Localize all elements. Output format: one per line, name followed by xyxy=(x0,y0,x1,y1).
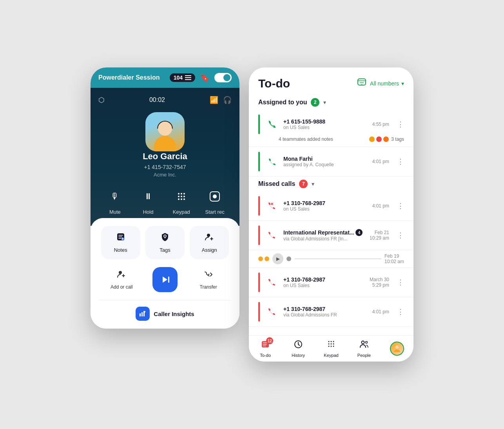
headphone-icon[interactable]: 🎧 xyxy=(223,96,232,104)
tags-count-1: 3 tags xyxy=(391,136,404,142)
keypad-button[interactable]: Keypad xyxy=(172,187,191,215)
expand-icon[interactable]: ⬡ xyxy=(98,96,105,104)
people-nav-icon xyxy=(359,340,369,351)
nav-people[interactable]: People xyxy=(352,340,376,358)
notes-label: Notes xyxy=(114,247,127,253)
notes-button[interactable]: Notes xyxy=(101,226,140,259)
assign-label: Assign xyxy=(202,247,217,253)
missed-item-3[interactable]: +1 310-768-2987 on US Sales March 30 5:2… xyxy=(249,268,413,297)
assigned-number-1: +1 615-155-9888 xyxy=(283,118,368,125)
call-icons-right: 📶 🎧 xyxy=(210,96,232,104)
session-count[interactable]: 104 xyxy=(170,73,195,82)
notes-icon xyxy=(116,232,125,244)
insights-icon xyxy=(136,307,150,321)
missed-number-4: +1 310-768-2987 xyxy=(283,306,368,312)
svg-rect-19 xyxy=(140,313,141,316)
powerdialer-header: Powerdialer Session 104 🔖 xyxy=(91,67,239,88)
svg-point-0 xyxy=(178,193,179,195)
voicemail-time: Feb 19 10:02 am xyxy=(384,253,404,264)
filter-icon xyxy=(357,77,367,90)
more-icon-missed-3[interactable]: ⋮ xyxy=(397,278,404,287)
more-icon-missed-2[interactable]: ⋮ xyxy=(397,231,404,240)
vm-dot-progress xyxy=(286,256,291,261)
missed-time-4: 4:01 pm xyxy=(372,309,389,314)
missed-number-1: +1 310-768-2987 xyxy=(283,200,368,206)
assigned-chevron[interactable]: ▾ xyxy=(323,99,326,105)
hold-label: Hold xyxy=(143,209,154,215)
keypad-icon xyxy=(172,187,191,206)
svg-point-15 xyxy=(207,234,210,237)
more-icon-1[interactable]: ⋮ xyxy=(397,120,404,129)
tags-row-1: 4 teammates added notes 3 tags xyxy=(258,134,404,142)
history-nav-label: History xyxy=(292,353,305,358)
start-rec-button[interactable]: Start rec xyxy=(205,187,225,215)
action-buttons: Notes Tags xyxy=(98,226,232,259)
svg-marker-17 xyxy=(163,276,167,283)
bookmark-icon[interactable]: 🔖 xyxy=(200,73,210,82)
missed-source-2: via Global Admissions FR [In... xyxy=(283,236,365,242)
missed-source-3: on US Sales xyxy=(283,283,365,288)
assigned-item-1[interactable]: +1 615-155-9888 on US Sales 4:55 pm ⋮ 4 … xyxy=(249,110,413,147)
caller-insights-bar[interactable]: Caller Insights xyxy=(98,300,232,321)
bottom-nav: 12 To-do History xyxy=(249,335,413,362)
svg-point-37 xyxy=(395,345,399,349)
add-or-call-button[interactable]: Add or call xyxy=(106,270,137,290)
next-button[interactable] xyxy=(152,267,178,292)
phone-icon-missed-1 xyxy=(265,199,279,213)
header-title: Powerdialer Session xyxy=(98,74,160,81)
transfer-icon xyxy=(204,270,213,281)
mute-button[interactable]: 🎙 Mute xyxy=(105,187,124,215)
svg-point-10 xyxy=(213,195,217,198)
missed-item-1[interactable]: +1 310-768-2987 on US Sales 4:01 pm ⋮ xyxy=(249,191,413,221)
more-icon-2[interactable]: ⋮ xyxy=(397,157,404,166)
tags-text-1: 4 teammates added notes xyxy=(279,136,333,142)
assigned-time-2: 4:01 pm xyxy=(372,159,389,164)
assigned-item-2[interactable]: Mona Farhi assigned by A. Coquelle 4:01 … xyxy=(249,147,413,176)
svg-point-27 xyxy=(331,341,332,342)
assign-button[interactable]: Assign xyxy=(190,226,229,259)
toggle-switch[interactable] xyxy=(214,73,232,82)
assigned-number-2: Mona Farhi xyxy=(283,156,368,162)
svg-point-7 xyxy=(181,198,182,200)
missed-info-4: +1 310-768-2987 via Global Admissions FR xyxy=(283,306,368,318)
hold-button[interactable]: ⏸ Hold xyxy=(139,187,158,215)
all-numbers-button[interactable]: All numbers ▾ xyxy=(370,80,404,87)
hamburger-icon[interactable] xyxy=(185,75,191,80)
vm-dot-2 xyxy=(265,256,269,261)
more-icon-missed-4[interactable]: ⋮ xyxy=(397,307,404,316)
missed-chevron[interactable]: ▾ xyxy=(312,181,314,187)
nav-history[interactable]: History xyxy=(286,340,310,358)
voicemail-play-button[interactable]: ▶ xyxy=(272,253,283,264)
missed-indicator-2 xyxy=(258,225,260,245)
tags-icon xyxy=(160,232,170,244)
svg-point-35 xyxy=(362,341,364,344)
people-nav-label: People xyxy=(357,353,371,358)
missed-item-2[interactable]: International Representat... 4 via Globa… xyxy=(249,221,413,250)
assigned-indicator-1 xyxy=(258,115,260,134)
tag-dot-red xyxy=(376,136,382,142)
missed-info-3: +1 310-768-2987 on US Sales xyxy=(283,276,365,288)
user-avatar[interactable] xyxy=(390,342,404,356)
svg-point-8 xyxy=(183,198,185,200)
missed-time-3: March 30 5:29 pm xyxy=(370,277,389,288)
missed-indicator-3 xyxy=(258,273,260,292)
hold-icon: ⏸ xyxy=(139,187,158,206)
nav-todo[interactable]: 12 To-do xyxy=(254,340,277,358)
svg-rect-18 xyxy=(168,276,169,283)
transfer-button[interactable]: Transfer xyxy=(193,270,224,290)
bottom-controls: Add or call T xyxy=(98,267,232,292)
assigned-title: Assigned to you xyxy=(258,99,307,106)
nav-keypad[interactable]: Keypad xyxy=(319,340,343,358)
person-body xyxy=(154,136,176,151)
add-call-icon xyxy=(117,270,126,281)
missed-indicator-1 xyxy=(258,196,260,216)
tags-button[interactable]: Tags xyxy=(145,226,185,259)
keypad-label: Keypad xyxy=(173,209,190,215)
missed-section-header: Missed calls 7 ▾ xyxy=(249,176,413,191)
missed-item-4[interactable]: +1 310-768-2987 via Global Admissions FR… xyxy=(249,297,413,327)
caller-avatar xyxy=(145,112,185,151)
signal-icon: 📶 xyxy=(210,96,218,104)
more-icon-missed-1[interactable]: ⋮ xyxy=(397,202,404,210)
nav-avatar[interactable] xyxy=(385,342,409,356)
svg-point-33 xyxy=(331,346,332,347)
